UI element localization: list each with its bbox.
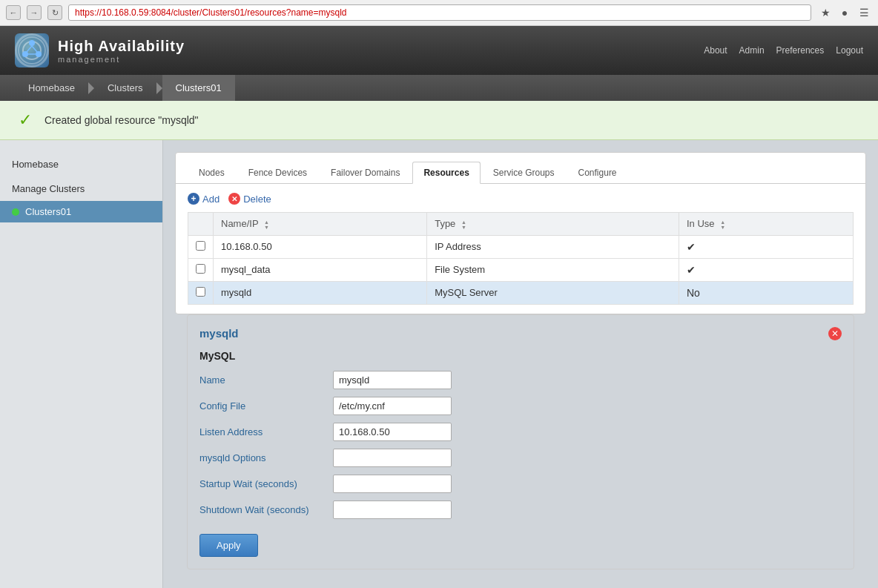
table-row[interactable]: 10.168.0.50 IP Address ✔: [188, 235, 854, 258]
tab-fence-devices[interactable]: Fence Devices: [237, 162, 318, 184]
breadcrumb-sep-2: [156, 82, 162, 94]
app-header: High Availability management About Admin…: [0, 26, 878, 75]
main-layout: Homebase Manage Clusters Clusters01 Node…: [0, 140, 878, 588]
tab-nodes[interactable]: Nodes: [188, 162, 236, 184]
form-label: Config File: [199, 400, 333, 412]
sidebar: Homebase Manage Clusters Clusters01: [0, 140, 163, 588]
row-type: IP Address: [427, 235, 679, 258]
add-label: Add: [202, 194, 220, 205]
extensions-icon[interactable]: ●: [836, 4, 853, 21]
form-row: mysqld Options: [199, 449, 842, 467]
row-name: 10.168.0.50: [214, 235, 427, 258]
col-type[interactable]: Type ▲▼: [427, 213, 679, 236]
listen-address-input[interactable]: [333, 423, 452, 441]
svg-line-6: [27, 46, 32, 52]
app-title: High Availability management: [58, 38, 185, 64]
form-label: Listen Address: [199, 426, 333, 437]
name-input[interactable]: [333, 371, 452, 389]
shutdown-wait-input[interactable]: [333, 501, 452, 519]
tab-service-groups[interactable]: Service Groups: [482, 162, 566, 184]
menu-icon[interactable]: ☰: [856, 4, 872, 21]
form-label: Shutdown Wait (seconds): [199, 504, 333, 515]
sidebar-item-homebase[interactable]: Homebase: [0, 152, 162, 176]
svg-point-2: [29, 40, 35, 46]
sidebar-cluster-clusters01[interactable]: Clusters01: [0, 201, 162, 222]
svg-point-1: [23, 42, 41, 59]
table-actions: + Add ✕ Delete: [188, 193, 854, 205]
config-file-input[interactable]: [333, 397, 452, 415]
breadcrumb-clusters01[interactable]: Clusters01: [162, 75, 235, 101]
svg-point-4: [22, 51, 28, 57]
url-bar[interactable]: [68, 4, 811, 21]
success-banner: ✓ Created global resource "mysqld": [0, 101, 878, 140]
startup-wait-input[interactable]: [333, 475, 452, 493]
row-in-use: ✔: [679, 258, 853, 281]
nav-preferences[interactable]: Preferences: [776, 45, 825, 56]
tab-failover-domains[interactable]: Failover Domains: [320, 162, 411, 184]
mysqld-options-input[interactable]: [333, 449, 452, 467]
tab-configure[interactable]: Configure: [567, 162, 628, 184]
bookmark-icon[interactable]: ★: [817, 4, 834, 21]
row-checkbox[interactable]: [188, 235, 214, 258]
detail-section-title: MySQL: [199, 350, 842, 362]
breadcrumb-clusters[interactable]: Clusters: [94, 75, 156, 101]
row-name: mysqld: [214, 281, 427, 304]
logo-icon: [15, 33, 49, 67]
form-fields: Name Config File Listen Address mysqld O…: [199, 371, 842, 519]
form-row: Startup Wait (seconds): [199, 475, 842, 493]
success-icon: ✓: [15, 110, 36, 131]
app-name: High Availability: [58, 38, 185, 55]
delete-label: Delete: [243, 194, 271, 205]
form-row: Config File: [199, 397, 842, 415]
breadcrumb-bar: Homebase Clusters Clusters01: [0, 75, 878, 101]
app-subtitle: management: [58, 55, 185, 64]
row-checkbox[interactable]: [188, 281, 214, 304]
col-checkbox: [188, 213, 214, 236]
add-icon: +: [188, 193, 199, 205]
form-label: Startup Wait (seconds): [199, 478, 333, 489]
delete-icon: ✕: [228, 193, 240, 205]
detail-header: ✕ mysqld: [199, 327, 842, 340]
col-in-use[interactable]: In Use ▲▼: [679, 213, 853, 236]
resources-table: Name/IP ▲▼ Type ▲▼ In Use ▲▼: [188, 212, 854, 305]
forward-button[interactable]: →: [27, 5, 42, 20]
table-section: + Add ✕ Delete Name/IP ▲▼: [176, 184, 865, 314]
add-button[interactable]: + Add: [188, 193, 220, 205]
app-nav-links: About Admin Preferences Logout: [704, 45, 863, 56]
row-type: File System: [427, 258, 679, 281]
tabs-bar: Nodes Fence Devices Failover Domains Res…: [176, 153, 865, 184]
svg-point-0: [19, 37, 45, 64]
col-name-ip[interactable]: Name/IP ▲▼: [214, 213, 427, 236]
table-row[interactable]: mysqld MySQL Server No: [188, 281, 854, 304]
form-label: Name: [199, 374, 333, 386]
form-row: Listen Address: [199, 423, 842, 441]
row-checkbox[interactable]: [188, 258, 214, 281]
form-row: Name: [199, 371, 842, 389]
row-type: MySQL Server: [427, 281, 679, 304]
detail-close-button[interactable]: ✕: [828, 327, 842, 340]
detail-title: mysqld: [199, 327, 842, 340]
nav-about[interactable]: About: [704, 45, 727, 56]
nav-logout[interactable]: Logout: [836, 45, 863, 56]
tab-resources[interactable]: Resources: [412, 162, 480, 184]
row-in-use: No: [679, 281, 853, 304]
form-row: Shutdown Wait (seconds): [199, 501, 842, 519]
svg-point-3: [36, 51, 42, 57]
cluster-status-dot: [12, 208, 19, 216]
cluster-label: Clusters01: [25, 206, 71, 217]
nav-admin[interactable]: Admin: [739, 45, 765, 56]
apply-button[interactable]: Apply: [199, 534, 258, 557]
table-row[interactable]: mysql_data File System ✔: [188, 258, 854, 281]
delete-button[interactable]: ✕ Delete: [228, 193, 271, 205]
reload-button[interactable]: ↻: [47, 5, 62, 20]
content-area: Nodes Fence Devices Failover Domains Res…: [163, 140, 878, 588]
svg-line-5: [32, 46, 37, 52]
breadcrumb-homebase[interactable]: Homebase: [15, 75, 88, 101]
app-logo: High Availability management: [15, 33, 185, 67]
breadcrumb-sep-1: [88, 82, 94, 94]
browser-chrome: ← → ↻ ★ ● ☰: [0, 0, 878, 26]
sidebar-item-manage-clusters[interactable]: Manage Clusters: [0, 176, 162, 201]
back-button[interactable]: ←: [6, 5, 21, 20]
success-message: Created global resource "mysqld": [44, 114, 199, 126]
detail-panel: ✕ mysqld MySQL Name Config File Listen A…: [187, 314, 854, 569]
